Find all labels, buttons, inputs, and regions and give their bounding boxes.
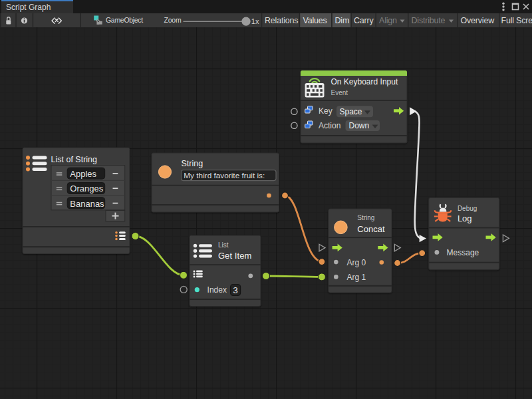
svg-text:Script Graph: Script Graph	[6, 3, 51, 12]
svg-text:List: List	[218, 241, 229, 249]
svg-text:Carry: Carry	[354, 16, 374, 25]
svg-text:List of String: List of String	[51, 155, 98, 164]
svg-text:1x: 1x	[251, 17, 259, 25]
svg-text:String: String	[357, 214, 374, 221]
svg-text:Overview: Overview	[461, 16, 495, 25]
svg-text:Distribute: Distribute	[412, 16, 446, 25]
svg-text:Relations: Relations	[265, 16, 298, 25]
svg-text:3: 3	[233, 285, 238, 295]
svg-text:Values: Values	[303, 16, 327, 25]
svg-text:On Keyboard Input: On Keyboard Input	[331, 77, 398, 86]
svg-text:Action: Action	[319, 121, 340, 130]
svg-text:My third favorite fruit is:: My third favorite fruit is:	[184, 171, 265, 180]
svg-text:Debug: Debug	[458, 205, 477, 212]
svg-text:Key: Key	[319, 106, 332, 116]
svg-text:Bananas: Bananas	[70, 199, 104, 209]
svg-text:Arg 0: Arg 0	[347, 258, 366, 267]
svg-text:Dim: Dim	[335, 16, 350, 25]
svg-text:Oranges: Oranges	[70, 184, 103, 194]
svg-text:Event: Event	[331, 89, 348, 96]
svg-text:Zoom: Zoom	[164, 16, 182, 24]
svg-text:Apples: Apples	[70, 169, 96, 179]
svg-text:Get Item: Get Item	[218, 251, 252, 261]
svg-text:Down: Down	[349, 121, 370, 130]
svg-text:Index: Index	[207, 285, 227, 295]
svg-text:Full Scree: Full Scree	[501, 16, 532, 25]
svg-text:Space: Space	[340, 107, 362, 116]
svg-text:GameObject: GameObject	[106, 16, 143, 24]
svg-text:String: String	[182, 159, 203, 168]
svg-text:Arg 1: Arg 1	[347, 273, 366, 282]
svg-text:Concat: Concat	[357, 224, 385, 234]
svg-text:Log: Log	[458, 213, 472, 223]
svg-text:Message: Message	[447, 248, 479, 257]
svg-text:Align: Align	[379, 16, 397, 25]
